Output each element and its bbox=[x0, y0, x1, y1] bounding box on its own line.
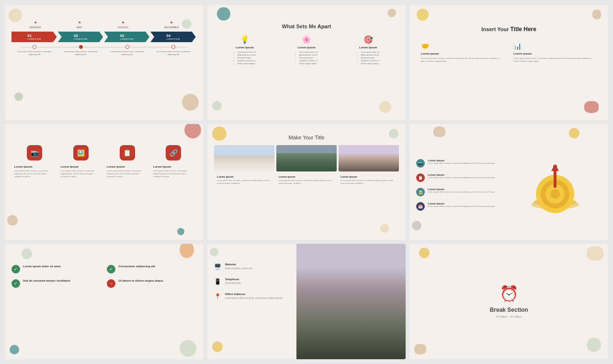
deco-blob bbox=[379, 101, 391, 113]
slide-5-title: Make Your Title bbox=[214, 135, 399, 140]
s6-icon-3: 🖼️ bbox=[416, 188, 425, 196]
s2-icons-row: 💡 Lorem Ipsum Lorem ipsum dolor sit Adip… bbox=[214, 35, 399, 65]
svg-marker-7 bbox=[551, 164, 559, 171]
month-january: ⚑ JANUARY bbox=[29, 21, 42, 29]
desc-1: Lorem ipsum dolor sit amet, consectetur … bbox=[14, 50, 55, 56]
s6-icon-4: 📅 bbox=[416, 202, 425, 211]
slide-break-section: ⏰ Break Section 01:00pm – 01:30pm bbox=[409, 244, 608, 359]
deco-blob bbox=[587, 246, 603, 261]
deco-blob bbox=[592, 10, 601, 19]
deco-blob bbox=[387, 9, 396, 17]
s6-item-1: 📷 Lorem ipsum Lorem ipsum dolor sit amet… bbox=[416, 159, 499, 168]
flag-icon: ⚑ bbox=[122, 21, 125, 25]
road-image bbox=[339, 145, 399, 171]
break-section-content: ⏰ Break Section 01:00pm – 01:30pm bbox=[416, 250, 602, 353]
s6-item-2: 📋 Lorem ipsum Lorem ipsum dolor sit amet… bbox=[416, 173, 499, 182]
image-icon-box: 🖼️ bbox=[73, 145, 89, 160]
card-icon-box: 📋 bbox=[120, 145, 135, 160]
check-green-icon: ✓ bbox=[11, 265, 20, 273]
arrow-1: 01LOREM IPSUM bbox=[11, 32, 57, 42]
phone-icon: 📱 bbox=[214, 278, 221, 285]
dot-4 bbox=[171, 45, 175, 49]
flag-icon: ⚑ bbox=[170, 21, 173, 25]
arrow-3: 03LOREM IPSUM bbox=[104, 32, 149, 42]
share-icon-box: 🔗 bbox=[166, 145, 181, 160]
camera-icon-box: 📷 bbox=[27, 145, 42, 160]
s3-col-1: 🤝 Lorem ipsum Lorem ipsum dolor sit amet… bbox=[421, 42, 504, 63]
s4-cols: Lorem Ipsum Lorem ipsum dolor sit amet, … bbox=[11, 165, 197, 178]
timeline-arrows: 01LOREM IPSUM 02LOREM IPSUM 03LOREM IPSU… bbox=[11, 32, 197, 42]
s2-bullets-2: Lorem ipsum dolor sit Adipiscing elit, s… bbox=[295, 51, 318, 65]
deco-blob bbox=[412, 221, 421, 230]
timeline-months: ⚑ JANUARY ⚑ MAY ⚑ AUGUST ⚑ DECEMBER bbox=[11, 11, 197, 29]
svg-point-5 bbox=[550, 189, 560, 199]
dot-2 bbox=[79, 45, 83, 49]
s6-text-1: Lorem ipsum Lorem ipsum dolor sit amet, … bbox=[428, 159, 495, 165]
s4-col-2: Lorem Ipsum Lorem ipsum dolor sit amet, … bbox=[60, 165, 101, 178]
pine-image bbox=[276, 145, 337, 171]
s7-item-3: ✓ Sed do eiusmod tempor incididunt bbox=[11, 279, 101, 288]
slide-timeline: ⚑ JANUARY ⚑ MAY ⚑ AUGUST ⚑ DECEMBER 01LO… bbox=[5, 5, 204, 120]
arrow-2: 02LOREM IPSUM bbox=[58, 32, 103, 42]
slide-contact: 🖥️ Website www.company_name.com 📱 Teleph… bbox=[207, 244, 406, 359]
s7-checklist-grid: ✓ Lorem ipsum dolor sit amet ✓ Consectet… bbox=[11, 250, 197, 288]
s2-col-1: 💡 Lorem Ipsum Lorem ipsum dolor sit Adip… bbox=[217, 35, 272, 65]
s2-col-3: 🎯 Lorem Ipsum Lorem ipsum dolor sit Adip… bbox=[341, 35, 396, 65]
s2-col-2: 🌸 Lorem Ipsum Lorem ipsum dolor sit Adip… bbox=[279, 35, 334, 65]
flag-icon: ⚑ bbox=[78, 21, 81, 25]
deco-blob bbox=[210, 248, 218, 256]
slide-target: 📷 Lorem ipsum Lorem ipsum dolor sit amet… bbox=[409, 124, 608, 239]
s4-col-3: Lorem Ipsum Lorem ipsum dolor sit amet, … bbox=[107, 165, 148, 178]
break-section-time: 01:00pm – 01:30pm bbox=[496, 315, 522, 318]
slide-checklist: ✓ Lorem ipsum dolor sit amet ✓ Consectet… bbox=[5, 244, 204, 359]
s8-right-panel bbox=[296, 244, 406, 359]
deco-blob bbox=[414, 344, 426, 354]
location-icon: 📍 bbox=[214, 293, 221, 300]
s6-text-3: Lorem ipsum Lorem ipsum dolor sit amet, … bbox=[428, 188, 495, 193]
mountain-image bbox=[214, 145, 274, 171]
monitor-icon: 🖥️ bbox=[214, 263, 221, 270]
s8-left-panel: 🖥️ Website www.company_name.com 📱 Teleph… bbox=[207, 244, 297, 359]
deco-blob bbox=[584, 101, 599, 113]
check-green-icon: ✓ bbox=[107, 265, 115, 273]
desc-3: Lorem ipsum dolor sit amet, consectetur … bbox=[107, 50, 148, 56]
s7-item-1: ✓ Lorem ipsum dolor sit amet bbox=[11, 265, 101, 273]
s3-col-2: 📊 Lorem ipsum Lorem ipsum dolor sit amet… bbox=[513, 42, 597, 63]
slide-insert-title: Insert Your Title Here 🤝 Lorem ipsum Lor… bbox=[409, 5, 608, 120]
dot-1 bbox=[33, 45, 36, 49]
s2-bullets-1: Lorem ipsum dolor sit Adipiscing elit, s… bbox=[234, 51, 256, 65]
s5-cap-3: Lorem ipsum Lorem ipsum dolor sit amet, … bbox=[341, 175, 396, 184]
slide-what-sets-me-apart: What Sets Me Apart 💡 Lorem Ipsum Lorem i… bbox=[207, 5, 406, 120]
desc-4: Lorem ipsum dolor sit amet, consectetur … bbox=[153, 50, 194, 56]
deco-blob bbox=[9, 9, 22, 22]
slide-2-title: What Sets Me Apart bbox=[214, 23, 399, 29]
deco-blob bbox=[419, 248, 430, 258]
s6-right bbox=[509, 161, 602, 214]
deco-blob bbox=[417, 9, 429, 21]
slide-3-title: Insert Your Title Here bbox=[416, 26, 602, 33]
minus-red-icon: − bbox=[107, 279, 115, 288]
svg-rect-8 bbox=[553, 165, 557, 167]
dot-3 bbox=[125, 45, 129, 49]
deco-blob bbox=[14, 92, 23, 101]
contact-address: 📍 Office Address Lorem ipsum dolor sit a… bbox=[214, 293, 290, 300]
timeline-descs: Lorem ipsum dolor sit amet, consectetur … bbox=[11, 50, 197, 56]
forest-image bbox=[296, 244, 406, 359]
slide-icon-grid: 📷 🖼️ 📋 🔗 Lorem Ipsum Lorem ipsum dolor s… bbox=[5, 124, 204, 239]
contact-phone: 📱 Telephone 00-00-000-000 bbox=[214, 278, 290, 285]
timeline-dots bbox=[11, 45, 197, 49]
s3-cols: 🤝 Lorem ipsum Lorem ipsum dolor sit amet… bbox=[416, 42, 602, 63]
deco-blob bbox=[182, 19, 192, 29]
lightbulb-icon: 💡 bbox=[240, 35, 250, 44]
month-may: ⚑ MAY bbox=[77, 21, 82, 29]
deco-blob bbox=[10, 345, 19, 354]
s6-layout: 📷 Lorem ipsum Lorem ipsum dolor sit amet… bbox=[416, 131, 602, 233]
s8-layout: 🖥️ Website www.company_name.com 📱 Teleph… bbox=[207, 244, 406, 359]
chart-icon: 📊 bbox=[513, 42, 597, 50]
s4-icons-row: 📷 🖼️ 📋 🔗 bbox=[11, 131, 197, 160]
deco-blob bbox=[182, 94, 199, 111]
s5-captions: Lorem ipsum Lorem ipsum dolor sit amet, … bbox=[214, 175, 399, 184]
deco-blob bbox=[212, 341, 223, 352]
deco-blob bbox=[177, 228, 184, 235]
s6-left: 📷 Lorem ipsum Lorem ipsum dolor sit amet… bbox=[416, 159, 499, 216]
